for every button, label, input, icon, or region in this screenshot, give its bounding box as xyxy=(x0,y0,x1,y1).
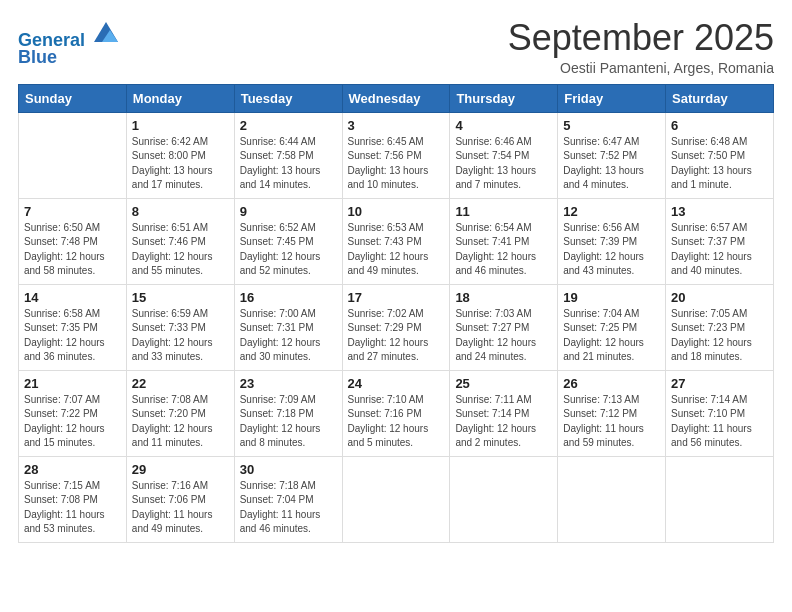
day-info: Sunrise: 6:46 AMSunset: 7:54 PMDaylight:… xyxy=(455,135,552,193)
calendar-week-4: 21Sunrise: 7:07 AMSunset: 7:22 PMDayligh… xyxy=(19,370,774,456)
day-number: 26 xyxy=(563,376,660,391)
day-info: Sunrise: 7:10 AMSunset: 7:16 PMDaylight:… xyxy=(348,393,445,451)
logo: General Blue xyxy=(18,18,120,68)
day-info: Sunrise: 6:44 AMSunset: 7:58 PMDaylight:… xyxy=(240,135,337,193)
day-number: 4 xyxy=(455,118,552,133)
day-number: 6 xyxy=(671,118,768,133)
calendar-cell: 12Sunrise: 6:56 AMSunset: 7:39 PMDayligh… xyxy=(558,198,666,284)
calendar-cell: 27Sunrise: 7:14 AMSunset: 7:10 PMDayligh… xyxy=(666,370,774,456)
day-info: Sunrise: 7:18 AMSunset: 7:04 PMDaylight:… xyxy=(240,479,337,537)
calendar-cell: 21Sunrise: 7:07 AMSunset: 7:22 PMDayligh… xyxy=(19,370,127,456)
page: General Blue September 2025 Oestii Paman… xyxy=(0,0,792,612)
month-title: September 2025 xyxy=(508,18,774,58)
day-info: Sunrise: 7:03 AMSunset: 7:27 PMDaylight:… xyxy=(455,307,552,365)
day-info: Sunrise: 7:09 AMSunset: 7:18 PMDaylight:… xyxy=(240,393,337,451)
calendar-week-2: 7Sunrise: 6:50 AMSunset: 7:48 PMDaylight… xyxy=(19,198,774,284)
day-number: 9 xyxy=(240,204,337,219)
calendar-week-1: 1Sunrise: 6:42 AMSunset: 8:00 PMDaylight… xyxy=(19,112,774,198)
calendar-cell: 4Sunrise: 6:46 AMSunset: 7:54 PMDaylight… xyxy=(450,112,558,198)
day-info: Sunrise: 6:51 AMSunset: 7:46 PMDaylight:… xyxy=(132,221,229,279)
location: Oestii Pamanteni, Arges, Romania xyxy=(508,60,774,76)
day-info: Sunrise: 7:05 AMSunset: 7:23 PMDaylight:… xyxy=(671,307,768,365)
calendar-cell: 19Sunrise: 7:04 AMSunset: 7:25 PMDayligh… xyxy=(558,284,666,370)
calendar-cell: 22Sunrise: 7:08 AMSunset: 7:20 PMDayligh… xyxy=(126,370,234,456)
day-number: 12 xyxy=(563,204,660,219)
calendar-cell: 7Sunrise: 6:50 AMSunset: 7:48 PMDaylight… xyxy=(19,198,127,284)
calendar-week-3: 14Sunrise: 6:58 AMSunset: 7:35 PMDayligh… xyxy=(19,284,774,370)
day-number: 16 xyxy=(240,290,337,305)
header: General Blue September 2025 Oestii Paman… xyxy=(18,18,774,76)
calendar-cell: 11Sunrise: 6:54 AMSunset: 7:41 PMDayligh… xyxy=(450,198,558,284)
calendar-cell xyxy=(450,456,558,542)
calendar-cell: 16Sunrise: 7:00 AMSunset: 7:31 PMDayligh… xyxy=(234,284,342,370)
day-number: 10 xyxy=(348,204,445,219)
calendar-cell: 30Sunrise: 7:18 AMSunset: 7:04 PMDayligh… xyxy=(234,456,342,542)
calendar-cell: 13Sunrise: 6:57 AMSunset: 7:37 PMDayligh… xyxy=(666,198,774,284)
calendar: SundayMondayTuesdayWednesdayThursdayFrid… xyxy=(18,84,774,543)
col-header-thursday: Thursday xyxy=(450,84,558,112)
day-info: Sunrise: 7:14 AMSunset: 7:10 PMDaylight:… xyxy=(671,393,768,451)
day-info: Sunrise: 7:13 AMSunset: 7:12 PMDaylight:… xyxy=(563,393,660,451)
calendar-cell: 20Sunrise: 7:05 AMSunset: 7:23 PMDayligh… xyxy=(666,284,774,370)
calendar-cell xyxy=(19,112,127,198)
calendar-cell xyxy=(558,456,666,542)
calendar-cell: 15Sunrise: 6:59 AMSunset: 7:33 PMDayligh… xyxy=(126,284,234,370)
day-info: Sunrise: 6:56 AMSunset: 7:39 PMDaylight:… xyxy=(563,221,660,279)
calendar-cell: 25Sunrise: 7:11 AMSunset: 7:14 PMDayligh… xyxy=(450,370,558,456)
day-number: 30 xyxy=(240,462,337,477)
day-info: Sunrise: 7:08 AMSunset: 7:20 PMDaylight:… xyxy=(132,393,229,451)
calendar-cell xyxy=(666,456,774,542)
day-number: 3 xyxy=(348,118,445,133)
day-info: Sunrise: 7:07 AMSunset: 7:22 PMDaylight:… xyxy=(24,393,121,451)
day-number: 14 xyxy=(24,290,121,305)
day-number: 23 xyxy=(240,376,337,391)
day-number: 20 xyxy=(671,290,768,305)
logo-text: General xyxy=(18,18,120,51)
day-info: Sunrise: 6:58 AMSunset: 7:35 PMDaylight:… xyxy=(24,307,121,365)
col-header-friday: Friday xyxy=(558,84,666,112)
day-number: 7 xyxy=(24,204,121,219)
calendar-cell: 29Sunrise: 7:16 AMSunset: 7:06 PMDayligh… xyxy=(126,456,234,542)
day-number: 18 xyxy=(455,290,552,305)
day-number: 22 xyxy=(132,376,229,391)
calendar-cell: 26Sunrise: 7:13 AMSunset: 7:12 PMDayligh… xyxy=(558,370,666,456)
calendar-cell: 8Sunrise: 6:51 AMSunset: 7:46 PMDaylight… xyxy=(126,198,234,284)
day-number: 28 xyxy=(24,462,121,477)
calendar-cell: 6Sunrise: 6:48 AMSunset: 7:50 PMDaylight… xyxy=(666,112,774,198)
calendar-cell: 3Sunrise: 6:45 AMSunset: 7:56 PMDaylight… xyxy=(342,112,450,198)
calendar-cell: 10Sunrise: 6:53 AMSunset: 7:43 PMDayligh… xyxy=(342,198,450,284)
col-header-saturday: Saturday xyxy=(666,84,774,112)
calendar-cell: 9Sunrise: 6:52 AMSunset: 7:45 PMDaylight… xyxy=(234,198,342,284)
calendar-cell: 17Sunrise: 7:02 AMSunset: 7:29 PMDayligh… xyxy=(342,284,450,370)
day-info: Sunrise: 7:11 AMSunset: 7:14 PMDaylight:… xyxy=(455,393,552,451)
day-number: 17 xyxy=(348,290,445,305)
day-info: Sunrise: 6:57 AMSunset: 7:37 PMDaylight:… xyxy=(671,221,768,279)
calendar-cell: 24Sunrise: 7:10 AMSunset: 7:16 PMDayligh… xyxy=(342,370,450,456)
col-header-tuesday: Tuesday xyxy=(234,84,342,112)
day-number: 27 xyxy=(671,376,768,391)
day-number: 8 xyxy=(132,204,229,219)
day-info: Sunrise: 6:54 AMSunset: 7:41 PMDaylight:… xyxy=(455,221,552,279)
day-info: Sunrise: 6:45 AMSunset: 7:56 PMDaylight:… xyxy=(348,135,445,193)
day-info: Sunrise: 6:53 AMSunset: 7:43 PMDaylight:… xyxy=(348,221,445,279)
day-number: 13 xyxy=(671,204,768,219)
day-number: 15 xyxy=(132,290,229,305)
calendar-cell: 18Sunrise: 7:03 AMSunset: 7:27 PMDayligh… xyxy=(450,284,558,370)
day-info: Sunrise: 6:47 AMSunset: 7:52 PMDaylight:… xyxy=(563,135,660,193)
calendar-cell: 2Sunrise: 6:44 AMSunset: 7:58 PMDaylight… xyxy=(234,112,342,198)
calendar-week-5: 28Sunrise: 7:15 AMSunset: 7:08 PMDayligh… xyxy=(19,456,774,542)
calendar-cell: 28Sunrise: 7:15 AMSunset: 7:08 PMDayligh… xyxy=(19,456,127,542)
day-number: 21 xyxy=(24,376,121,391)
col-header-sunday: Sunday xyxy=(19,84,127,112)
day-info: Sunrise: 7:16 AMSunset: 7:06 PMDaylight:… xyxy=(132,479,229,537)
day-info: Sunrise: 7:15 AMSunset: 7:08 PMDaylight:… xyxy=(24,479,121,537)
day-info: Sunrise: 7:00 AMSunset: 7:31 PMDaylight:… xyxy=(240,307,337,365)
calendar-cell xyxy=(342,456,450,542)
calendar-cell: 5Sunrise: 6:47 AMSunset: 7:52 PMDaylight… xyxy=(558,112,666,198)
day-number: 19 xyxy=(563,290,660,305)
calendar-header-row: SundayMondayTuesdayWednesdayThursdayFrid… xyxy=(19,84,774,112)
logo-icon xyxy=(92,18,120,46)
day-number: 29 xyxy=(132,462,229,477)
day-info: Sunrise: 7:04 AMSunset: 7:25 PMDaylight:… xyxy=(563,307,660,365)
day-info: Sunrise: 6:42 AMSunset: 8:00 PMDaylight:… xyxy=(132,135,229,193)
